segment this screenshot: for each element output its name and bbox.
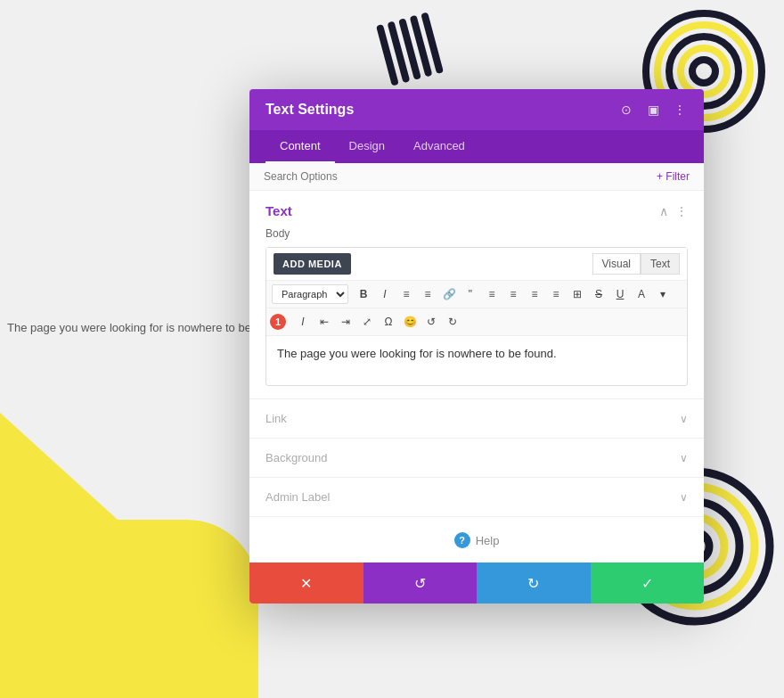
save-button[interactable]: ✓: [591, 563, 705, 604]
redo-icon: ↻: [527, 575, 539, 592]
indent-right-button[interactable]: ⇥: [336, 312, 355, 332]
modal-header-icons: ⊙ ▣ ⋮: [618, 102, 688, 118]
table-button[interactable]: ⊞: [568, 284, 587, 304]
fullscreen-button[interactable]: ⤢: [357, 312, 377, 332]
columns-icon[interactable]: ▣: [645, 102, 661, 118]
text-section-title: Text: [265, 203, 292, 218]
align-right-button[interactable]: ≡: [525, 284, 544, 304]
save-icon: ✓: [641, 575, 653, 592]
modal-title: Text Settings: [265, 102, 354, 118]
text-view-button[interactable]: Text: [641, 253, 680, 275]
blockquote-button[interactable]: ": [461, 284, 480, 304]
admin-chevron-icon: ∨: [680, 491, 688, 504]
help-icon: ?: [454, 532, 470, 548]
paragraph-select[interactable]: Paragraph: [272, 284, 348, 304]
search-input[interactable]: [264, 170, 657, 183]
badge-number: 1: [270, 314, 286, 330]
link-button[interactable]: 🔗: [439, 284, 459, 304]
italic-button[interactable]: I: [375, 284, 395, 304]
background-chevron-icon: ∨: [680, 452, 688, 464]
editor-toolbar-top: ADD MEDIA Visual Text: [266, 248, 687, 281]
tab-design[interactable]: Design: [335, 130, 399, 163]
view-toggle: Visual Text: [592, 253, 680, 275]
tab-advanced[interactable]: Advanced: [399, 130, 479, 163]
text-section-icons: ∧ ⋮: [659, 204, 688, 218]
visual-view-button[interactable]: Visual: [592, 253, 641, 275]
bold-button[interactable]: B: [354, 284, 373, 304]
body-label: Body: [265, 227, 688, 240]
text-section: Text ∧ ⋮ Body ADD MEDIA Visual Text: [249, 191, 704, 386]
modal-header: Text Settings ⊙ ▣ ⋮: [249, 89, 704, 130]
background-page-text: The page you were looking for is nowhere…: [0, 321, 287, 334]
link-chevron-icon: ∨: [680, 413, 688, 425]
ordered-list-button[interactable]: ≡: [418, 284, 437, 304]
strikethrough-button[interactable]: S: [589, 284, 608, 304]
search-bar: + Filter: [249, 163, 704, 191]
background-section-label: Background: [265, 451, 327, 464]
undo-icon: ↺: [414, 575, 426, 592]
settings-icon[interactable]: ⊙: [618, 102, 634, 118]
modal-container: Text Settings ⊙ ▣ ⋮ Content Design Advan…: [249, 89, 704, 604]
align-center-button[interactable]: ≡: [503, 284, 523, 304]
unordered-list-button[interactable]: ≡: [396, 284, 416, 304]
format-toolbar-2: 1 I ⇤ ⇥ ⤢ Ω 😊 ↺ ↻: [266, 308, 687, 336]
admin-label-section-label: Admin Label: [265, 490, 330, 504]
link-section[interactable]: Link ∨: [249, 398, 704, 438]
collapse-icon[interactable]: ∧: [659, 204, 668, 218]
section-more-icon[interactable]: ⋮: [675, 204, 688, 218]
outdent-button[interactable]: ⇤: [314, 312, 334, 332]
modal-body: Text ∧ ⋮ Body ADD MEDIA Visual Text: [249, 191, 704, 604]
undo-editor-button[interactable]: ↺: [421, 312, 441, 332]
background-section[interactable]: Background ∨: [249, 438, 704, 477]
tab-content[interactable]: Content: [265, 130, 335, 163]
text-section-header: Text ∧ ⋮: [265, 203, 688, 218]
yellow-bottom: [0, 520, 258, 698]
help-label: Help: [476, 534, 500, 547]
align-left-button[interactable]: ≡: [482, 284, 502, 304]
cancel-icon: ✕: [300, 575, 312, 592]
svg-point-3: [681, 48, 727, 94]
undo-button[interactable]: ↺: [363, 563, 478, 604]
editor-area: ADD MEDIA Visual Text Paragraph B I ≡ ≡ …: [265, 247, 688, 386]
filter-button[interactable]: + Filter: [657, 170, 690, 183]
help-section: ? Help: [249, 516, 704, 563]
svg-point-4: [692, 60, 715, 83]
more-icon[interactable]: ⋮: [672, 102, 688, 118]
stripes-decoration: [376, 12, 444, 86]
link-section-label: Link: [265, 412, 287, 425]
more-toolbar-button[interactable]: ▾: [653, 284, 673, 304]
editor-content[interactable]: The page you were looking for is nowhere…: [266, 336, 687, 385]
redo-editor-button[interactable]: ↻: [443, 312, 462, 332]
action-bar: ✕ ↺ ↻ ✓: [249, 563, 704, 604]
admin-label-section[interactable]: Admin Label ∨: [249, 477, 704, 516]
emoji-button[interactable]: 😊: [400, 312, 420, 332]
redo-button[interactable]: ↻: [477, 563, 591, 604]
omega-button[interactable]: Ω: [379, 312, 398, 332]
align-justify-button[interactable]: ≡: [546, 284, 566, 304]
yellow-triangle: [0, 413, 196, 591]
underline-button[interactable]: U: [610, 284, 630, 304]
font-color-button[interactable]: A: [632, 284, 651, 304]
indent-button[interactable]: I: [293, 312, 313, 332]
help-button[interactable]: ? Help: [454, 532, 500, 548]
format-toolbar-1: Paragraph B I ≡ ≡ 🔗 " ≡ ≡ ≡ ≡ ⊞ S U A: [266, 281, 687, 308]
add-media-button[interactable]: ADD MEDIA: [274, 253, 351, 275]
modal-tabs: Content Design Advanced: [249, 130, 704, 163]
cancel-button[interactable]: ✕: [249, 563, 363, 604]
